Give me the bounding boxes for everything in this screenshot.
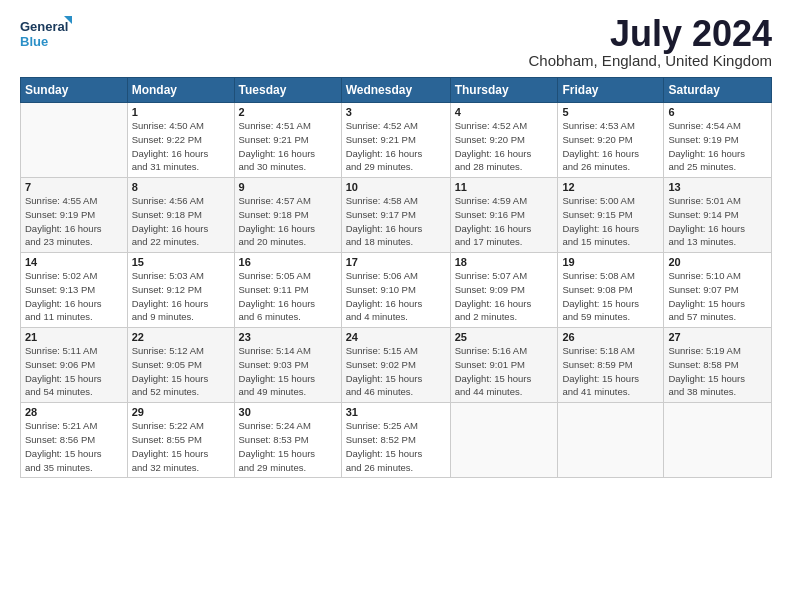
day-info: Sunrise: 5:06 AMSunset: 9:10 PMDaylight:… xyxy=(346,269,446,324)
table-row: 17Sunrise: 5:06 AMSunset: 9:10 PMDayligh… xyxy=(341,253,450,328)
day-number: 15 xyxy=(132,256,230,268)
logo-svg: General Blue xyxy=(20,16,72,52)
table-row: 16Sunrise: 5:05 AMSunset: 9:11 PMDayligh… xyxy=(234,253,341,328)
day-info: Sunrise: 5:25 AMSunset: 8:52 PMDaylight:… xyxy=(346,419,446,474)
day-number: 9 xyxy=(239,181,337,193)
day-number: 2 xyxy=(239,106,337,118)
calendar-week-row: 21Sunrise: 5:11 AMSunset: 9:06 PMDayligh… xyxy=(21,328,772,403)
location: Chobham, England, United Kingdom xyxy=(529,52,773,69)
table-row: 26Sunrise: 5:18 AMSunset: 8:59 PMDayligh… xyxy=(558,328,664,403)
table-row: 25Sunrise: 5:16 AMSunset: 9:01 PMDayligh… xyxy=(450,328,558,403)
table-row: 20Sunrise: 5:10 AMSunset: 9:07 PMDayligh… xyxy=(664,253,772,328)
table-row xyxy=(664,403,772,478)
logo: General Blue xyxy=(20,16,72,52)
day-number: 3 xyxy=(346,106,446,118)
calendar-week-row: 14Sunrise: 5:02 AMSunset: 9:13 PMDayligh… xyxy=(21,253,772,328)
day-number: 20 xyxy=(668,256,767,268)
table-row: 6Sunrise: 4:54 AMSunset: 9:19 PMDaylight… xyxy=(664,103,772,178)
day-number: 11 xyxy=(455,181,554,193)
table-row: 7Sunrise: 4:55 AMSunset: 9:19 PMDaylight… xyxy=(21,178,128,253)
month-title: July 2024 xyxy=(529,16,773,52)
table-row: 15Sunrise: 5:03 AMSunset: 9:12 PMDayligh… xyxy=(127,253,234,328)
table-row: 22Sunrise: 5:12 AMSunset: 9:05 PMDayligh… xyxy=(127,328,234,403)
table-row: 1Sunrise: 4:50 AMSunset: 9:22 PMDaylight… xyxy=(127,103,234,178)
calendar-week-row: 28Sunrise: 5:21 AMSunset: 8:56 PMDayligh… xyxy=(21,403,772,478)
table-row xyxy=(450,403,558,478)
day-info: Sunrise: 4:53 AMSunset: 9:20 PMDaylight:… xyxy=(562,119,659,174)
day-info: Sunrise: 4:54 AMSunset: 9:19 PMDaylight:… xyxy=(668,119,767,174)
table-row: 9Sunrise: 4:57 AMSunset: 9:18 PMDaylight… xyxy=(234,178,341,253)
table-row: 30Sunrise: 5:24 AMSunset: 8:53 PMDayligh… xyxy=(234,403,341,478)
day-info: Sunrise: 5:00 AMSunset: 9:15 PMDaylight:… xyxy=(562,194,659,249)
day-info: Sunrise: 5:22 AMSunset: 8:55 PMDaylight:… xyxy=(132,419,230,474)
day-number: 17 xyxy=(346,256,446,268)
day-info: Sunrise: 5:08 AMSunset: 9:08 PMDaylight:… xyxy=(562,269,659,324)
day-info: Sunrise: 5:19 AMSunset: 8:58 PMDaylight:… xyxy=(668,344,767,399)
day-number: 1 xyxy=(132,106,230,118)
calendar-table: Sunday Monday Tuesday Wednesday Thursday… xyxy=(20,77,772,478)
page: General Blue July 2024 Chobham, England,… xyxy=(0,0,792,612)
table-row: 28Sunrise: 5:21 AMSunset: 8:56 PMDayligh… xyxy=(21,403,128,478)
day-info: Sunrise: 4:51 AMSunset: 9:21 PMDaylight:… xyxy=(239,119,337,174)
day-number: 31 xyxy=(346,406,446,418)
day-number: 18 xyxy=(455,256,554,268)
day-info: Sunrise: 4:52 AMSunset: 9:20 PMDaylight:… xyxy=(455,119,554,174)
day-info: Sunrise: 4:56 AMSunset: 9:18 PMDaylight:… xyxy=(132,194,230,249)
table-row: 8Sunrise: 4:56 AMSunset: 9:18 PMDaylight… xyxy=(127,178,234,253)
day-info: Sunrise: 5:18 AMSunset: 8:59 PMDaylight:… xyxy=(562,344,659,399)
header-sunday: Sunday xyxy=(21,78,128,103)
day-number: 6 xyxy=(668,106,767,118)
day-number: 5 xyxy=(562,106,659,118)
day-number: 7 xyxy=(25,181,123,193)
table-row: 27Sunrise: 5:19 AMSunset: 8:58 PMDayligh… xyxy=(664,328,772,403)
table-row: 14Sunrise: 5:02 AMSunset: 9:13 PMDayligh… xyxy=(21,253,128,328)
header-saturday: Saturday xyxy=(664,78,772,103)
table-row: 3Sunrise: 4:52 AMSunset: 9:21 PMDaylight… xyxy=(341,103,450,178)
day-info: Sunrise: 4:55 AMSunset: 9:19 PMDaylight:… xyxy=(25,194,123,249)
table-row: 2Sunrise: 4:51 AMSunset: 9:21 PMDaylight… xyxy=(234,103,341,178)
table-row: 12Sunrise: 5:00 AMSunset: 9:15 PMDayligh… xyxy=(558,178,664,253)
day-number: 13 xyxy=(668,181,767,193)
table-row: 29Sunrise: 5:22 AMSunset: 8:55 PMDayligh… xyxy=(127,403,234,478)
table-row xyxy=(21,103,128,178)
calendar-week-row: 7Sunrise: 4:55 AMSunset: 9:19 PMDaylight… xyxy=(21,178,772,253)
day-info: Sunrise: 5:01 AMSunset: 9:14 PMDaylight:… xyxy=(668,194,767,249)
day-number: 16 xyxy=(239,256,337,268)
day-info: Sunrise: 5:03 AMSunset: 9:12 PMDaylight:… xyxy=(132,269,230,324)
day-number: 30 xyxy=(239,406,337,418)
table-row: 23Sunrise: 5:14 AMSunset: 9:03 PMDayligh… xyxy=(234,328,341,403)
day-info: Sunrise: 5:24 AMSunset: 8:53 PMDaylight:… xyxy=(239,419,337,474)
header-friday: Friday xyxy=(558,78,664,103)
calendar-header-row: Sunday Monday Tuesday Wednesday Thursday… xyxy=(21,78,772,103)
table-row: 13Sunrise: 5:01 AMSunset: 9:14 PMDayligh… xyxy=(664,178,772,253)
table-row: 11Sunrise: 4:59 AMSunset: 9:16 PMDayligh… xyxy=(450,178,558,253)
day-info: Sunrise: 4:57 AMSunset: 9:18 PMDaylight:… xyxy=(239,194,337,249)
day-info: Sunrise: 5:05 AMSunset: 9:11 PMDaylight:… xyxy=(239,269,337,324)
table-row: 4Sunrise: 4:52 AMSunset: 9:20 PMDaylight… xyxy=(450,103,558,178)
day-info: Sunrise: 5:15 AMSunset: 9:02 PMDaylight:… xyxy=(346,344,446,399)
day-info: Sunrise: 5:14 AMSunset: 9:03 PMDaylight:… xyxy=(239,344,337,399)
day-number: 12 xyxy=(562,181,659,193)
header-tuesday: Tuesday xyxy=(234,78,341,103)
day-info: Sunrise: 5:21 AMSunset: 8:56 PMDaylight:… xyxy=(25,419,123,474)
day-info: Sunrise: 4:50 AMSunset: 9:22 PMDaylight:… xyxy=(132,119,230,174)
day-number: 21 xyxy=(25,331,123,343)
day-number: 4 xyxy=(455,106,554,118)
day-info: Sunrise: 4:52 AMSunset: 9:21 PMDaylight:… xyxy=(346,119,446,174)
day-number: 29 xyxy=(132,406,230,418)
day-number: 8 xyxy=(132,181,230,193)
header-monday: Monday xyxy=(127,78,234,103)
day-number: 10 xyxy=(346,181,446,193)
svg-text:General: General xyxy=(20,19,68,34)
day-number: 26 xyxy=(562,331,659,343)
day-number: 23 xyxy=(239,331,337,343)
table-row: 21Sunrise: 5:11 AMSunset: 9:06 PMDayligh… xyxy=(21,328,128,403)
day-info: Sunrise: 5:02 AMSunset: 9:13 PMDaylight:… xyxy=(25,269,123,324)
header: General Blue July 2024 Chobham, England,… xyxy=(20,16,772,69)
header-wednesday: Wednesday xyxy=(341,78,450,103)
day-number: 22 xyxy=(132,331,230,343)
table-row: 18Sunrise: 5:07 AMSunset: 9:09 PMDayligh… xyxy=(450,253,558,328)
day-number: 27 xyxy=(668,331,767,343)
day-number: 19 xyxy=(562,256,659,268)
day-info: Sunrise: 5:10 AMSunset: 9:07 PMDaylight:… xyxy=(668,269,767,324)
